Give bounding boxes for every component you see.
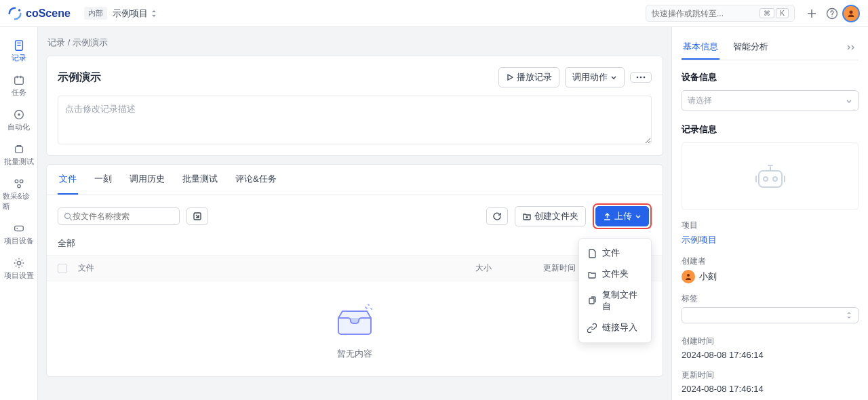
swap-view-button[interactable]	[186, 207, 208, 225]
search-input[interactable]	[652, 9, 758, 18]
svg-point-12	[16, 228, 18, 229]
tags-select[interactable]	[682, 307, 859, 323]
empty-text: 暂无内容	[337, 348, 372, 360]
batch-icon	[13, 143, 25, 155]
help-icon	[826, 7, 838, 20]
sidebar-item-label: 记录	[12, 53, 26, 63]
empty-icon	[333, 302, 376, 340]
record-info-heading: 记录信息	[682, 123, 859, 136]
file-search-input[interactable]	[73, 212, 174, 221]
brand-logo[interactable]: coScene	[8, 7, 71, 20]
play-record-button[interactable]: 播放记录	[498, 67, 559, 87]
svg-point-22	[773, 177, 777, 181]
robot-icon	[752, 161, 789, 191]
sidebar-item-diagnostics[interactable]: 数采&诊断	[3, 172, 35, 217]
created-label: 创建时间	[682, 336, 859, 347]
project-label: 项目	[682, 220, 859, 231]
upload-menu-file[interactable]: 文件	[579, 243, 651, 264]
folder-icon	[587, 270, 597, 279]
svg-point-17	[65, 213, 71, 218]
empty-state: 暂无内容	[47, 281, 663, 376]
creator-row: 小刻	[682, 270, 859, 283]
user-avatar[interactable]	[842, 5, 860, 22]
record-thumbnail	[682, 142, 859, 210]
upload-menu-folder[interactable]: 文件夹	[579, 264, 651, 285]
folder-plus-icon	[522, 212, 532, 221]
tab-batch[interactable]: 批量测试	[181, 165, 219, 195]
svg-rect-7	[15, 146, 22, 153]
internal-tag: 内部	[84, 7, 107, 20]
more-actions-button[interactable]	[630, 72, 652, 83]
sidebar-item-devices[interactable]: 项目设备	[3, 217, 35, 252]
refresh-button[interactable]	[486, 207, 508, 225]
sort-icon	[846, 312, 852, 319]
records-icon	[13, 39, 25, 52]
svg-point-21	[764, 177, 768, 181]
rtab-more[interactable]	[844, 37, 859, 58]
upload-menu-link[interactable]: 链接导入	[579, 317, 651, 338]
tags-label: 标签	[682, 293, 859, 304]
svg-point-13	[17, 261, 20, 264]
svg-rect-20	[759, 171, 782, 187]
automation-icon	[13, 108, 25, 121]
avatar-icon	[684, 273, 692, 281]
select-all-checkbox[interactable]	[58, 264, 67, 273]
sidebar-item-records[interactable]: 记录	[3, 34, 35, 68]
tab-comments[interactable]: 评论&任务	[234, 165, 278, 195]
refresh-icon	[492, 212, 502, 221]
svg-point-0	[18, 9, 20, 11]
description-input[interactable]: 点击修改记录描述	[58, 96, 652, 144]
col-file: 文件	[78, 262, 475, 274]
tab-moment[interactable]: 一刻	[93, 165, 113, 195]
tasks-icon	[13, 74, 25, 86]
sidebar-item-label: 任务	[12, 87, 26, 98]
project-name: 示例项目	[113, 7, 148, 20]
sidebar-item-automation[interactable]: 自动化	[3, 103, 35, 138]
tab-files[interactable]: 文件	[58, 165, 78, 195]
chevron-down-icon	[610, 74, 617, 81]
updated-value: 2024-08-08 17:46:14	[682, 384, 859, 394]
device-select[interactable]: 请选择	[682, 90, 859, 111]
upload-button[interactable]: 上传	[595, 206, 649, 226]
right-panel: 基本信息 智能分析 设备信息 请选择 记录信息 项目 示例项目 创建者	[671, 27, 868, 400]
svg-rect-19	[589, 298, 594, 304]
tab-history[interactable]: 调用历史	[128, 165, 166, 195]
svg-point-10	[17, 184, 20, 188]
rtab-basic[interactable]: 基本信息	[682, 35, 719, 60]
rtab-ai[interactable]: 智能分析	[732, 35, 770, 60]
sidebar-item-tasks[interactable]: 任务	[3, 68, 35, 103]
file-icon	[587, 249, 597, 258]
svg-rect-11	[14, 226, 23, 231]
create-folder-button[interactable]: 创建文件夹	[515, 206, 586, 226]
right-panel-tabs: 基本信息 智能分析	[682, 35, 859, 60]
help-button[interactable]	[822, 3, 842, 24]
chevron-down-icon	[635, 213, 642, 220]
diagnostics-icon	[13, 178, 25, 190]
brand-name: coScene	[26, 7, 71, 20]
sidebar-item-batch-test[interactable]: 批量测试	[3, 138, 35, 172]
record-tabs: 文件 一刻 调用历史 批量测试 评论&任务	[47, 165, 663, 195]
upload-menu: 文件 文件夹 复制文件自 链接导入	[578, 238, 652, 343]
global-search[interactable]: ⌘ K	[646, 5, 795, 22]
invoke-action-button[interactable]: 调用动作	[565, 67, 625, 87]
add-button[interactable]	[802, 3, 822, 24]
svg-point-15	[640, 77, 642, 79]
project-selector[interactable]: 示例项目	[113, 7, 157, 20]
file-table-header: 文件 大小 更新时间	[47, 255, 663, 281]
upload-menu-copy[interactable]: 复制文件自	[579, 285, 651, 317]
upload-icon	[603, 212, 612, 221]
file-search[interactable]	[58, 207, 180, 225]
svg-point-6	[18, 113, 20, 116]
breadcrumb-root[interactable]: 记录	[47, 37, 65, 47]
project-value[interactable]: 示例项目	[682, 234, 859, 246]
device-info-heading: 设备信息	[682, 71, 859, 83]
col-size: 大小	[475, 262, 543, 274]
svg-point-14	[637, 77, 639, 79]
chevron-down-icon	[846, 98, 852, 104]
creator-label: 创建者	[682, 256, 859, 267]
sidebar-item-settings[interactable]: 项目设置	[3, 252, 35, 286]
devices-icon	[13, 222, 25, 235]
sidebar-item-label: 数采&诊断	[3, 191, 35, 212]
kbd-cmd: ⌘	[760, 8, 774, 18]
settings-icon	[13, 257, 25, 269]
